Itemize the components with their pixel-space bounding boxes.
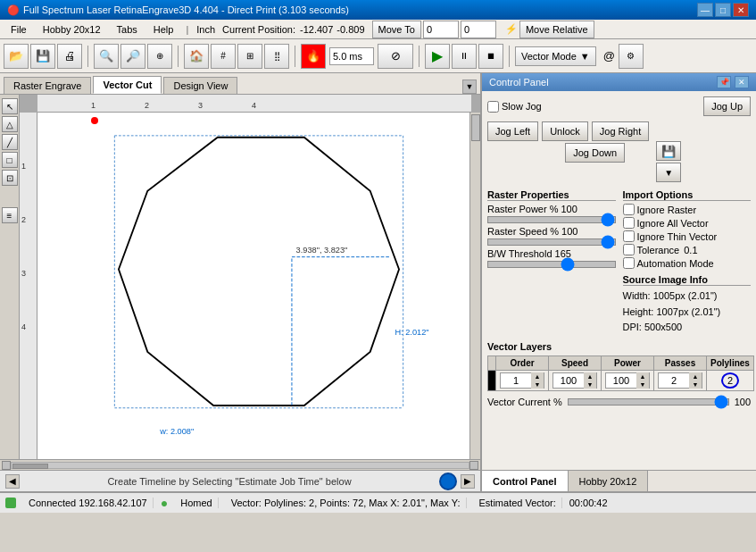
stop-button[interactable]: ⏹	[478, 44, 503, 69]
ignore-raster-row: Ignore Raster	[623, 204, 752, 215]
cp-tab-hobby[interactable]: Hobby 20x12	[569, 471, 649, 491]
tool5-button[interactable]: ⊡	[2, 170, 18, 186]
print-button[interactable]: 🖨	[57, 44, 82, 69]
vector-current-label: Vector Current %	[487, 397, 562, 407]
move-to-button[interactable]: Move To	[372, 21, 421, 38]
speed-up-button[interactable]: ▲	[584, 372, 596, 381]
grid-button[interactable]: #	[211, 44, 236, 69]
vl-col-polylines: Polylines	[707, 355, 754, 370]
zoom-out-button[interactable]: 🔎	[120, 44, 145, 69]
unlock-button[interactable]: Unlock	[542, 121, 588, 141]
tab-design-view[interactable]: Design View	[163, 77, 237, 94]
power-spinbox[interactable]: 100 ▲ ▼	[605, 372, 650, 389]
menu-help[interactable]: Help	[146, 22, 181, 37]
tool6-button[interactable]: ≡	[2, 207, 18, 223]
panel-close-button[interactable]: ▼	[462, 79, 477, 94]
order-up-button[interactable]: ▲	[531, 372, 544, 381]
close-button[interactable]: ✕	[733, 3, 749, 17]
menu-tabs[interactable]: Tabs	[110, 22, 145, 37]
move-to-x-input[interactable]	[423, 21, 459, 38]
app-icon: 🔴	[7, 4, 20, 16]
titlebar: 🔴 Full Spectrum Laser RetinaEngrave3D 4.…	[0, 0, 756, 20]
move-to-y-input[interactable]	[461, 21, 496, 38]
zoom-fit-button[interactable]: ⊕	[147, 44, 172, 69]
scroll-right-button[interactable]: ▶	[461, 474, 475, 489]
unit-label: Inch	[194, 24, 218, 35]
scroll-left-button[interactable]: ◀	[5, 474, 20, 489]
speed-spinbox[interactable]: 100 ▲ ▼	[552, 372, 597, 389]
line-tool-button[interactable]: ╱	[2, 134, 18, 150]
rect-tool-button[interactable]: □	[2, 152, 18, 168]
estimate-button[interactable]	[439, 473, 457, 490]
select-tool-button[interactable]: ↖	[2, 98, 18, 114]
menu-file[interactable]: File	[4, 22, 34, 37]
raster-speed-slider[interactable]	[487, 238, 616, 246]
dropdown-small-button[interactable]: ▼	[656, 163, 681, 182]
play-button[interactable]: ▶	[425, 44, 450, 69]
vscroll-thumb[interactable]	[471, 114, 480, 141]
order-spinbox[interactable]: 1 ▲ ▼	[500, 372, 544, 389]
pattern-button[interactable]: ⣿	[264, 44, 289, 69]
homed-dot: ●	[161, 496, 168, 510]
home-button[interactable]: 🏠	[184, 44, 209, 69]
grid2-button[interactable]: ⊞	[237, 44, 262, 69]
ignore-thin-vector-checkbox[interactable]	[623, 230, 635, 242]
passes-down-button[interactable]: ▼	[689, 381, 702, 389]
ruler-vmark-4: 4	[21, 322, 26, 331]
menu-hobby[interactable]: Hobby 20x12	[36, 22, 108, 37]
cp-tab-control-panel[interactable]: Control Panel	[482, 471, 569, 491]
tab-vector-cut[interactable]: Vector Cut	[93, 76, 162, 94]
save-button[interactable]: 💾	[30, 44, 55, 69]
automation-mode-checkbox[interactable]	[623, 257, 635, 269]
move-relative-button[interactable]: Move Relative	[519, 21, 594, 38]
hscroll-left-btn[interactable]	[2, 461, 11, 470]
bw-threshold-slider[interactable]	[487, 261, 616, 268]
cp-close-button[interactable]: ✕	[735, 76, 749, 88]
dropdown-arrow-icon: ▼	[580, 51, 590, 62]
mode-dropdown[interactable]: Vector Mode ▼	[515, 46, 596, 66]
jog-up-button[interactable]: Jog Up	[703, 96, 751, 116]
ignore-thin-vector-label: Ignore Thin Vector	[637, 231, 718, 242]
raster-props-title: Raster Properties	[487, 189, 616, 201]
titlebar-controls[interactable]: — □ ✕	[697, 3, 749, 17]
cp-pin-button[interactable]: 📌	[717, 76, 731, 88]
jog-down-button[interactable]: Jog Down	[565, 143, 625, 163]
ignore-raster-checkbox[interactable]	[623, 204, 635, 215]
raster-power-slider[interactable]	[487, 216, 616, 223]
vector-info: Vector: Polylines: 2, Points: 72, Max X:…	[226, 498, 467, 508]
order-down-button[interactable]: ▼	[531, 381, 544, 389]
passes-spinbox[interactable]: 2 ▲ ▼	[658, 372, 702, 389]
tab-raster-engrave[interactable]: Raster Engrave	[4, 77, 91, 94]
settings-button[interactable]: ⚙	[619, 44, 644, 69]
hscroll-right-btn[interactable]	[469, 461, 478, 470]
triangle-tool-button[interactable]: △	[2, 116, 18, 132]
tolerance-checkbox[interactable]	[623, 244, 635, 255]
hscroll-track[interactable]	[11, 462, 469, 469]
canvas-area[interactable]: 1 2 3 4 1 2 3 4	[20, 95, 480, 459]
toggle-button[interactable]: ⊘	[378, 44, 413, 69]
speed-down-button[interactable]: ▼	[584, 381, 596, 389]
vscrollbar[interactable]	[469, 113, 480, 459]
laser-ms-input[interactable]	[329, 47, 374, 65]
passes-up-button[interactable]: ▲	[689, 372, 702, 381]
slow-jog-checkbox[interactable]	[487, 101, 499, 113]
maximize-button[interactable]: □	[715, 3, 731, 17]
import-options-title: Import Options	[623, 189, 752, 201]
ruler-horizontal: 1 2 3 4	[37, 95, 471, 113]
ignore-all-vector-checkbox[interactable]	[623, 217, 635, 229]
zoom-in-button[interactable]: 🔍	[94, 44, 119, 69]
power-down-button[interactable]: ▼	[636, 381, 649, 389]
pause-button[interactable]: ⏸	[452, 44, 477, 69]
power-up-button[interactable]: ▲	[636, 372, 649, 381]
fire-button[interactable]: 🔥	[301, 44, 326, 69]
source-width: Width: 1005px (2.01")	[623, 289, 752, 305]
minimize-button[interactable]: —	[697, 3, 713, 17]
vl-speed: 100 ▲ ▼	[549, 370, 602, 390]
open-button[interactable]: 📂	[4, 44, 29, 69]
jog-right-button[interactable]: Jog Right	[592, 121, 649, 141]
save-position-button[interactable]: 💾	[656, 141, 681, 161]
hscroll-thumb[interactable]	[12, 464, 48, 469]
jog-left-button[interactable]: Jog Left	[487, 121, 538, 141]
vector-current-slider[interactable]	[568, 398, 729, 406]
ruler-vertical: 1 2 3 4	[20, 113, 37, 459]
